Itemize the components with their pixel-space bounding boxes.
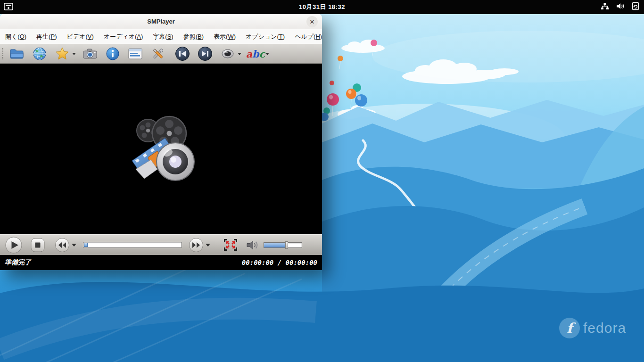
subtitles-dropdown-arrow[interactable]: [265, 53, 269, 55]
stop-button[interactable]: [30, 238, 45, 253]
menu-audio[interactable]: オーディオ(A): [104, 33, 143, 41]
menu-subtitles[interactable]: 字幕(S): [153, 33, 173, 41]
volume-button[interactable]: [246, 239, 259, 251]
volume-tray-button[interactable]: [616, 2, 625, 12]
window-title: SMPlayer: [147, 18, 175, 25]
close-button[interactable]: ✕: [306, 16, 318, 27]
smplayer-logo: [124, 114, 199, 184]
volume-icon: [616, 2, 625, 10]
folder-icon: [10, 48, 24, 60]
menu-view[interactable]: 表示(W): [214, 33, 236, 41]
activities-button[interactable]: [4, 2, 13, 11]
playlist-icon: [128, 48, 142, 59]
screenshot-button[interactable]: [81, 46, 99, 62]
mute-group: [218, 46, 241, 62]
menu-play[interactable]: 再生(P): [36, 33, 57, 41]
preferences-button[interactable]: [149, 46, 167, 62]
previous-chapter-button[interactable]: [173, 46, 192, 62]
menu-browse[interactable]: 参照(B): [183, 33, 204, 41]
play-button[interactable]: [5, 236, 23, 254]
control-bar: [0, 234, 322, 255]
seek-handle[interactable]: [84, 243, 88, 247]
mute-button[interactable]: [218, 46, 237, 62]
toolbar: abc: [0, 44, 322, 64]
skip-forward-icon: [198, 46, 213, 61]
fullscreen-icon: [223, 239, 238, 251]
rewind-icon: [55, 238, 70, 253]
rewind-dropdown-arrow[interactable]: [72, 244, 76, 247]
next-chapter-button[interactable]: [196, 46, 215, 62]
menubar: 開く(O) 再生(P) ビデオ(V) オーディオ(A) 字幕(S) 参照(B) …: [0, 29, 322, 44]
play-icon: [5, 236, 23, 254]
abc-icon: abc: [246, 48, 265, 60]
titlebar[interactable]: SMPlayer ✕: [0, 14, 322, 29]
network-tray-button[interactable]: [601, 2, 609, 12]
fast-forward-icon: [189, 238, 204, 253]
menu-video[interactable]: ビデオ(V): [66, 33, 93, 41]
toolbar-drag-handle[interactable]: [2, 48, 4, 59]
time-display: 00:00:00 / 00:00:00: [242, 259, 317, 266]
menu-help[interactable]: ヘルプ(H): [295, 33, 322, 41]
mute-speaker-icon: [221, 49, 235, 59]
subtitles-button[interactable]: abc: [246, 46, 265, 62]
top-panel: 10月31日 18:32: [0, 0, 644, 14]
speaker-icon: [246, 239, 259, 251]
seek-slider[interactable]: [83, 242, 182, 248]
favorites-button[interactable]: [53, 46, 72, 62]
system-tray: [601, 0, 639, 14]
fedora-logo: f fedora: [559, 318, 626, 338]
mute-dropdown-arrow[interactable]: [238, 53, 241, 55]
star-icon: [55, 47, 69, 60]
volume-slider[interactable]: [264, 242, 302, 248]
favorites-group: [53, 46, 76, 62]
info-icon: [106, 47, 120, 61]
open-url-button[interactable]: [30, 46, 49, 62]
status-text: 準備完了: [5, 258, 31, 267]
smplayer-window: SMPlayer ✕ 開く(O) 再生(P) ビデオ(V) オーディオ(A) 字…: [0, 14, 322, 270]
favorites-dropdown-arrow[interactable]: [72, 53, 76, 55]
fast-forward-button[interactable]: [189, 238, 204, 253]
fedora-logo-text: fedora: [583, 320, 626, 336]
updates-tray-button[interactable]: [632, 2, 639, 12]
skip-back-icon: [175, 46, 190, 61]
camera-icon: [83, 48, 97, 59]
tools-icon: [151, 47, 165, 61]
subtitles-group: abc: [246, 46, 269, 62]
video-area[interactable]: [0, 64, 322, 234]
volume-fill: [264, 243, 287, 247]
stop-icon: [30, 238, 45, 253]
fullscreen-button[interactable]: [223, 239, 238, 251]
information-button[interactable]: [103, 46, 122, 62]
open-file-button[interactable]: [8, 46, 26, 62]
fedora-mark-icon: f: [559, 318, 580, 338]
volume-handle[interactable]: [285, 241, 288, 249]
fast-forward-dropdown-arrow[interactable]: [206, 244, 210, 247]
status-bar: 準備完了 00:00:00 / 00:00:00: [0, 255, 322, 270]
activities-icon: [4, 2, 13, 11]
clock[interactable]: 10月31日 18:32: [299, 3, 345, 11]
network-icon: [601, 2, 609, 10]
menu-options[interactable]: オプション(T): [246, 33, 285, 41]
playlist-button[interactable]: [126, 46, 145, 62]
menu-open[interactable]: 開く(O): [5, 33, 26, 41]
updates-icon: [632, 2, 639, 10]
globe-icon: [33, 47, 47, 61]
rewind-button[interactable]: [55, 238, 70, 253]
